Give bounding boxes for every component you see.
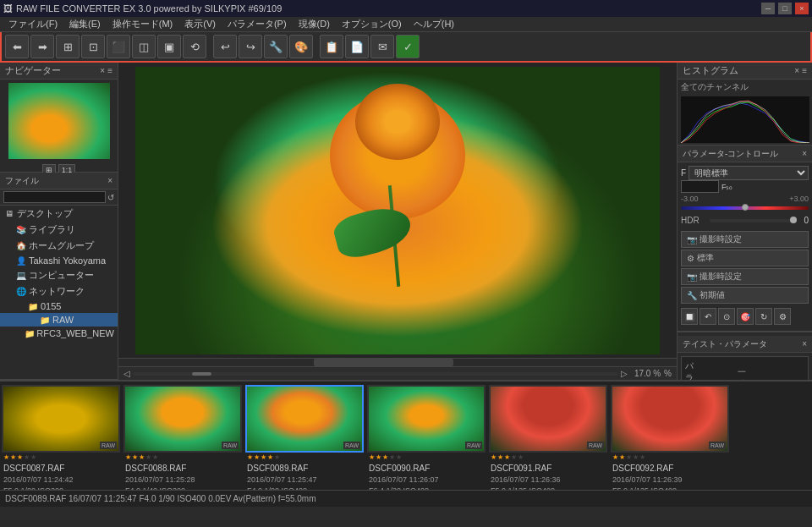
menu-item-p[interactable]: パラメータ(P) — [222, 17, 292, 31]
shooting-settings-btn2[interactable]: 📷 撮影時設定 — [681, 268, 809, 285]
toolbar-btn-12[interactable]: 📋 — [320, 35, 343, 58]
menu-item-o[interactable]: オプション(O) — [337, 17, 407, 31]
toolbar-btn-14[interactable]: ✉ — [370, 35, 394, 58]
menu-item-f[interactable]: ファイル(F) — [3, 17, 63, 31]
exposure-input[interactable]: 0.0 — [681, 180, 719, 193]
tree-item-takashiyokoyama[interactable]: 👤Takashi Yokoyama — [0, 254, 118, 267]
toolbar-btn-3[interactable]: ⊡ — [81, 35, 105, 58]
film-info-5: DSCF0092.RAF2016/07/07 11:26:39F5.0 1/12… — [611, 462, 729, 490]
tree-folder-icon: 📁 — [25, 329, 35, 338]
toolbar-btn-5[interactable]: ◫ — [132, 35, 156, 58]
film-star-5-3: ★ — [633, 453, 639, 461]
toolbar-btn-7[interactable]: ⟲ — [183, 35, 206, 58]
film-star-0-2: ★ — [17, 453, 23, 461]
filmstrip-item-5[interactable]: RAW★★★★★DSCF0092.RAF2016/07/07 11:26:39F… — [611, 385, 729, 490]
filmstrip-item-1[interactable]: RAW★★★★★DSCF0088.RAF2016/07/07 11:25:28F… — [123, 385, 242, 490]
zoom-level: 17.0 % — [634, 369, 661, 378]
filetree-refresh-icon[interactable]: ↺ — [107, 193, 114, 202]
tool-btn-2[interactable]: ↶ — [700, 308, 716, 325]
tree-folder-icon: 📁 — [39, 316, 51, 325]
tree-item-[interactable]: 🌐ネットワーク — [0, 283, 118, 299]
histogram-menu-icon[interactable]: ≡ — [802, 66, 807, 75]
film-star-5-1: ★ — [619, 453, 625, 461]
navigator-pin-icon[interactable]: × — [100, 66, 105, 75]
tree-item-label: デスクトップ — [17, 207, 73, 220]
menu-item-v[interactable]: 表示(V) — [179, 17, 221, 31]
toolbar-btn-10[interactable]: 🔧 — [264, 35, 288, 58]
toolbar-btn-15[interactable]: ✓ — [396, 35, 420, 58]
taste-pin-icon[interactable]: × — [802, 339, 807, 349]
preview-scroll-horiz[interactable] — [118, 358, 677, 366]
menu-item-d[interactable]: 現像(D) — [294, 17, 335, 31]
tree-item-rfc3webnew[interactable]: 📁RFC3_WEB_NEW — [0, 327, 118, 340]
toolbar-btn-13[interactable]: 📄 — [345, 35, 369, 58]
tree-item-[interactable]: 🖥デスクトップ — [0, 206, 118, 222]
navigator-menu-icon[interactable]: ≡ — [107, 66, 112, 75]
toolbar-btn-0[interactable]: ⬅ — [5, 35, 29, 58]
film-stars-0: ★★★★★ — [2, 453, 120, 462]
menu-item-h[interactable]: ヘルプ(H) — [409, 17, 459, 31]
tree-folder-icon: 📁 — [27, 302, 39, 311]
zoom-in-icon[interactable]: ▷ — [621, 369, 628, 378]
toolbar-btn-6[interactable]: ▣ — [157, 35, 181, 58]
toolbar-btn-4[interactable]: ⬛ — [107, 35, 130, 58]
tool-btn-5[interactable]: ↻ — [755, 308, 772, 325]
filetree-path-row: C:\Users\Owner\De... ↺ — [0, 189, 118, 206]
exposure-preset-select[interactable]: 明暗標準 — [689, 166, 809, 180]
tool-btn-3[interactable]: ⊙ — [718, 308, 735, 325]
param-pin-icon[interactable]: × — [802, 149, 807, 158]
camera-icon2: 📷 — [687, 272, 697, 282]
film-thumb-wrap-3: RAW — [367, 385, 486, 453]
reset-btn[interactable]: 🔧 初期値 — [681, 287, 809, 304]
filetree-pin-icon[interactable]: × — [107, 176, 112, 185]
filmstrip-item-0[interactable]: RAW★★★★★DSCF0087.RAF2016/07/07 11:24:42F… — [2, 385, 120, 490]
toolbar-btn-1[interactable]: ➡ — [30, 35, 54, 58]
film-star-5-4: ★ — [639, 453, 645, 461]
film-info-1: DSCF0088.RAF2016/07/07 11:25:28F4.0 1/40… — [123, 462, 242, 490]
tree-item-[interactable]: 🏠ホームグループ — [0, 238, 118, 254]
toolbar-separator-12 — [315, 35, 318, 58]
shooting-settings-btn1[interactable]: 📷 撮影時設定 — [681, 231, 809, 248]
preview-area[interactable] — [118, 63, 677, 358]
tree-item-[interactable]: 📚ライブラリ — [0, 222, 118, 238]
film-star-2-2: ★ — [261, 453, 266, 461]
close-button[interactable]: × — [795, 3, 809, 14]
standard-btn[interactable]: ⚙ 標準 — [681, 250, 809, 266]
toolbar-btn-2[interactable]: ⊞ — [56, 35, 80, 58]
menu-item-e[interactable]: 編集(E) — [64, 17, 106, 31]
tree-folder-icon: 💻 — [15, 271, 27, 280]
histogram-label: ヒストグラム — [683, 64, 738, 77]
tool-btn-6[interactable]: ⚙ — [774, 308, 791, 325]
film-raw-badge-4: RAW — [587, 442, 604, 449]
filetree-path-input[interactable]: C:\Users\Owner\De... — [3, 191, 106, 203]
exposure-slider[interactable] — [681, 206, 809, 210]
hdr-slider[interactable] — [710, 219, 797, 222]
histogram-pin-icon[interactable]: × — [794, 66, 799, 75]
tree-folder-icon: 🖥 — [3, 209, 15, 218]
toolbar-btn-9[interactable]: ↪ — [239, 35, 262, 58]
tool-btn-4[interactable]: 🎯 — [737, 308, 754, 325]
film-info-2: DSCF0089.RAF2016/07/07 11:25:47F4.0 1/90… — [245, 462, 364, 490]
taste-section: テイスト・パラメータ × パラメータ ⚙ ⚙ 一時登録 03:21:38 ▶ テ… — [678, 332, 812, 380]
menu-item-m[interactable]: 操作モード(M) — [107, 17, 178, 31]
film-info-4: DSCF0091.RAF2016/07/07 11:26:36F5.0 1/12… — [489, 462, 607, 490]
tree-item-[interactable]: 💻コンピューター — [0, 267, 118, 283]
reset-icon: 🔧 — [687, 291, 697, 300]
main-layout: ナビゲーター × ≡ ⊞ 1:1 ファイル × — [0, 63, 812, 380]
filmstrip-item-2[interactable]: RAW★★★★★DSCF0089.RAF2016/07/07 11:25:47F… — [245, 385, 364, 490]
film-thumb-wrap-0: RAW — [2, 385, 120, 453]
toolbar-btn-11[interactable]: 🎨 — [289, 35, 313, 58]
toolbar-btn-8[interactable]: ↩ — [213, 35, 237, 58]
minimize-button[interactable]: ─ — [761, 3, 775, 14]
tree-item-0155[interactable]: 📁0155 — [0, 299, 118, 313]
film-date-4: 2016/07/07 11:26:36 — [491, 475, 561, 484]
zoom-out-icon[interactable]: ◁ — [123, 369, 130, 378]
film-info-3: DSCF0090.RAF2016/07/07 11:26:07F6.4 1/30… — [367, 462, 486, 490]
restore-button[interactable]: □ — [778, 3, 792, 14]
film-stars-3: ★★★★★ — [367, 453, 486, 462]
filmstrip-item-4[interactable]: RAW★★★★★DSCF0091.RAF2016/07/07 11:26:36F… — [489, 385, 607, 490]
tool-btn-1[interactable]: 🔲 — [681, 308, 698, 325]
tree-item-raw[interactable]: 📁RAW — [0, 313, 118, 327]
navigator-panel: ナビゲーター × ≡ ⊞ 1:1 — [0, 63, 118, 173]
filmstrip-item-3[interactable]: RAW★★★★★DSCF0090.RAF2016/07/07 11:26:07F… — [367, 385, 486, 490]
